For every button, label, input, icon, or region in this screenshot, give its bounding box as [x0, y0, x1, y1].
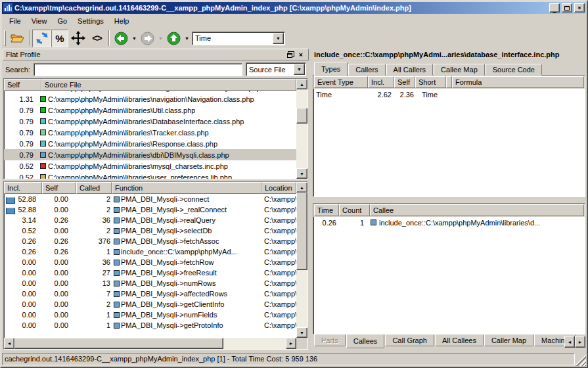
expand-areas-button[interactable]	[68, 30, 87, 47]
menu-item-settings[interactable]: Settings	[73, 16, 108, 26]
cycle-grouping-button[interactable]	[32, 30, 51, 47]
search-row: Search: Source File ▼	[3, 60, 309, 78]
tab-scroll-left-icon[interactable]: ◄	[564, 336, 575, 348]
scroll-left-icon[interactable]: ◄	[4, 338, 14, 349]
file-list-vscrollbar[interactable]: ▲ ▼	[296, 79, 307, 179]
function-table-row[interactable]: 0.000.0027PMA_DBI_Mysqli->freeResultC:\x…	[4, 267, 296, 278]
column-header-callee[interactable]: Callee	[370, 204, 584, 216]
tab-callees[interactable]: Callees	[346, 334, 385, 348]
column-header-location[interactable]: Location	[261, 182, 296, 194]
maximize-button[interactable]	[562, 3, 572, 12]
chevron-down-icon[interactable]: ▼	[273, 33, 284, 44]
file-path: C:\xampp\phpMyAdmin\libraries\navigation…	[48, 91, 261, 92]
tab-all-callers[interactable]: All Callers	[386, 64, 434, 76]
back-button[interactable]	[112, 30, 131, 47]
app-icon	[3, 3, 12, 12]
menu-item-go[interactable]: Go	[53, 16, 72, 26]
float-dock-button[interactable]	[286, 51, 295, 59]
tab-all-callees[interactable]: All Callees	[435, 334, 484, 346]
file-list-row[interactable]: 0.79C:\xampp\phpMyAdmin\libraries\Util.c…	[4, 104, 296, 116]
column-header-time[interactable]: Time	[314, 204, 339, 216]
back-dropdown-caret[interactable]: ▼	[131, 30, 138, 47]
function-table-vscrollbar[interactable]: ▲ ▼	[296, 182, 307, 338]
column-header-self[interactable]: Self	[4, 79, 41, 91]
types-table-row[interactable]: Time2.622.36Time	[313, 89, 585, 100]
scroll-down-icon[interactable]: ▼	[296, 327, 307, 338]
open-file-button[interactable]	[8, 30, 27, 47]
menu-item-help[interactable]: Help	[110, 16, 134, 26]
column-header-event-type[interactable]: Event Type	[314, 76, 368, 88]
function-table-row[interactable]: 0.520.002PMA_DBI_Mysqli->selectDbC:\xamp…	[4, 225, 296, 236]
function-table-row[interactable]: 0.000.0036PMA_DBI_Mysqli->fetchRowC:\xam…	[4, 257, 296, 267]
column-header-count[interactable]: Count	[339, 204, 370, 216]
up-dropdown-caret[interactable]: ▼	[183, 30, 191, 47]
close-dock-button[interactable]: ×	[296, 51, 305, 59]
file-list-row[interactable]: 0.52C:\xampp\phpMyAdmin\libraries\mysql_…	[4, 160, 296, 172]
scroll-right-icon[interactable]: ►	[286, 338, 296, 349]
function-table-row[interactable]: 0.000.001PMA_DBI_Mysqli->numFieldsC:\xam…	[4, 310, 296, 320]
file-list-row[interactable]: 1.31C:\xampp\phpMyAdmin\libraries\naviga…	[4, 93, 296, 104]
incl-value: 0.00	[4, 300, 42, 308]
function-table-row[interactable]: 0.260.26376PMA_DBI_Mysqli->fetchAssocC:\…	[4, 236, 296, 246]
function-table-row[interactable]: 0.000.007PMA_DBI_Mysqli->affectedRowsC:\…	[4, 288, 296, 299]
relative-cost-button[interactable]: <>	[87, 30, 106, 47]
angle-brackets-icon: <>	[92, 33, 101, 43]
close-button[interactable]: ×	[574, 3, 585, 12]
tab-callers[interactable]: Callers	[348, 64, 385, 76]
percent-relative-button[interactable]: %	[51, 30, 68, 47]
up-button[interactable]	[164, 30, 183, 47]
column-header-called[interactable]: Called	[76, 182, 112, 194]
tab-types[interactable]: Types	[314, 62, 348, 76]
function-table-row[interactable]: 3.140.2636PMA_DBI_Mysqli->realQueryC:\xa…	[4, 215, 296, 225]
callees-table-row[interactable]: 0.261include_once::C:\xampp\phpMyAdmin\l…	[313, 217, 585, 228]
self-value: 0.00	[42, 300, 76, 308]
forward-button[interactable]	[138, 30, 157, 47]
tab-callee-map[interactable]: Callee Map	[434, 64, 485, 76]
grouping-combobox[interactable]: Source File ▼	[246, 62, 306, 76]
tab-call-graph[interactable]: Call Graph	[385, 334, 434, 346]
column-header-spacer[interactable]	[446, 76, 452, 88]
function-table-row[interactable]: 0.000.001PMA_DBI_Mysqli->getProtoInfoC:\…	[4, 320, 296, 331]
column-header-incl[interactable]: Incl.	[4, 182, 42, 194]
tab-source-code[interactable]: Source Code	[486, 64, 542, 76]
float-icon	[287, 53, 292, 58]
scroll-thumb[interactable]	[14, 338, 223, 349]
event-type-combobox[interactable]: Time ▼	[192, 32, 285, 45]
file-list-row[interactable]: 0.52C:\xampp\phpMyAdmin\libraries\user_p…	[4, 172, 296, 179]
file-self-value: 0.52	[4, 173, 35, 179]
column-header-self[interactable]: Self	[394, 76, 415, 88]
column-header-incl[interactable]: Incl.	[368, 76, 394, 88]
tab-parts[interactable]: Parts	[314, 334, 346, 346]
function-table-row[interactable]: 52.880.002PMA_DBI_Mysqli->_realConnectC:…	[4, 204, 296, 215]
function-table-hscrollbar[interactable]: ◄ ►	[4, 338, 307, 349]
column-header-source-file[interactable]: Source File	[41, 79, 296, 91]
search-input[interactable]	[34, 63, 242, 76]
tab-caller-map[interactable]: Caller Map	[484, 334, 533, 346]
menu-item-file[interactable]: File	[5, 16, 26, 26]
function-table-row[interactable]: 0.000.0013PMA_DBI_Mysqli->numRowsC:\xamp…	[4, 278, 296, 288]
chevron-down-icon[interactable]: ▼	[294, 64, 305, 75]
resize-grip[interactable]	[576, 354, 586, 366]
menu-item-view[interactable]: View	[27, 16, 52, 26]
title-bar: C:\xampp\tmp\cachegrind.out.1416463299-C…	[2, 2, 586, 14]
scroll-thumb[interactable]	[296, 193, 307, 270]
toolbar-handle[interactable]	[4, 30, 6, 46]
horizontal-splitter[interactable]	[313, 197, 585, 203]
scroll-thumb[interactable]	[296, 108, 307, 124]
column-header-short[interactable]: Short	[415, 76, 446, 88]
scroll-up-icon[interactable]: ▲	[296, 79, 307, 89]
scroll-down-icon[interactable]: ▼	[296, 168, 307, 179]
file-list-row[interactable]: 0.79C:\xampp\phpMyAdmin\libraries\Databa…	[4, 116, 296, 127]
file-list-row[interactable]: 0.79C:\xampp\phpMyAdmin\libraries\Tracke…	[4, 127, 296, 138]
scroll-up-icon[interactable]: ▲	[296, 182, 307, 193]
file-list-row[interactable]: 0.79C:\xampp\phpMyAdmin\libraries\Respon…	[4, 138, 296, 149]
file-list-row[interactable]: 0.79C:\xampp\phpMyAdmin\libraries\dbi\DB…	[4, 149, 296, 160]
column-header-self[interactable]: Self	[42, 182, 76, 194]
tab-scroll-right-icon[interactable]: ►	[575, 336, 585, 348]
function-table-row[interactable]: 52.880.002PMA_DBI_Mysqli->connectC:\xamp…	[4, 194, 296, 204]
function-table-row[interactable]: 0.000.002PMA_DBI_Mysqli->getClientInfoC:…	[4, 299, 296, 310]
column-header-formula[interactable]: Formula	[452, 76, 584, 88]
function-table-row[interactable]: 0.260.261include_once::C:\xampp\phpMyAd.…	[4, 246, 296, 257]
minimize-button[interactable]: _	[549, 3, 560, 12]
column-header-function[interactable]: Function	[112, 182, 261, 194]
